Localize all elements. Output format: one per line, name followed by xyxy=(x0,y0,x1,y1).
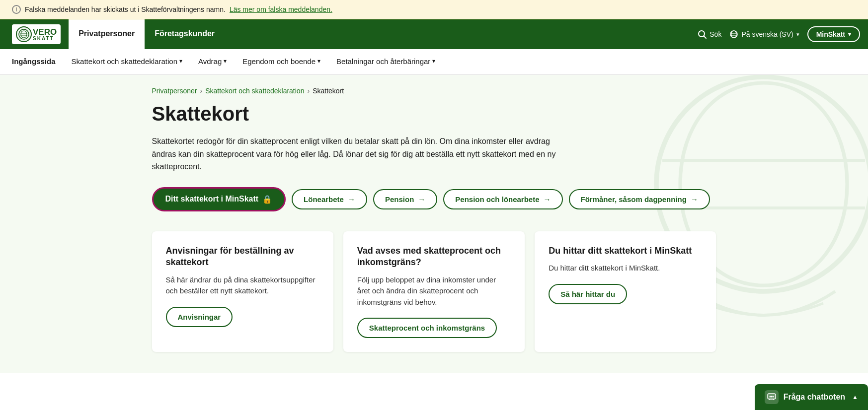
globe-icon xyxy=(729,30,738,39)
breadcrumb: Privatpersoner › Skattekort och skattede… xyxy=(152,87,716,95)
formaner-label: Förmåner, såsom dagpenning xyxy=(581,195,687,204)
breadcrumb-sep-2: › xyxy=(307,87,310,95)
card-hitta: Du hittar ditt skattekort i MinSkatt Du … xyxy=(535,231,716,352)
minskatt-chevron-icon: ▾ xyxy=(848,31,851,38)
pension-label: Pension xyxy=(385,195,414,204)
chevron-down-icon: ▾ xyxy=(432,58,435,65)
nav-right: Sök På svenska (SV) ▾ MinSkatt ▾ xyxy=(698,19,860,49)
search-label: Sök xyxy=(710,30,721,38)
alert-link[interactable]: Läs mer om falska meddelanden. xyxy=(230,5,332,13)
sa-har-hittar-button[interactable]: Så här hittar du xyxy=(549,284,627,304)
main-content: Privatpersoner › Skattekort och skattede… xyxy=(136,75,732,372)
sa-har-hittar-label: Så här hittar du xyxy=(560,290,615,298)
card-skatteprocent: Vad avses med skatteprocent och inkomstg… xyxy=(343,231,525,352)
alert-text: Falska meddelanden har skickats ut i Ska… xyxy=(25,5,226,13)
page-title: Skattekort xyxy=(152,103,716,125)
secnav-item-avdrag[interactable]: Avdrag ▾ xyxy=(192,49,233,74)
logo-box: VERO SKATT xyxy=(12,24,61,44)
arrow-right-icon: → xyxy=(691,195,698,204)
nav-tab-foretagskunder[interactable]: Företagskunder xyxy=(145,19,225,49)
logo-skatt: SKATT xyxy=(33,36,57,41)
card-hitta-title: Du hittar ditt skattekort i MinSkatt xyxy=(549,245,702,257)
alert-bar: i Falska meddelanden har skickats ut i S… xyxy=(0,0,868,19)
anvisningar-button[interactable]: Anvisningar xyxy=(166,307,233,327)
arrow-right-icon: → xyxy=(418,195,425,204)
pension-button[interactable]: Pension → xyxy=(373,189,437,209)
minskatt-skattekort-label: Ditt skattekort i MinSkatt xyxy=(165,195,259,204)
pension-lonearbete-button[interactable]: Pension och lönearbete → xyxy=(443,189,562,209)
lock-icon: 🔒 xyxy=(262,195,272,204)
card-anvisningar: Anvisningar för beställning av skattekor… xyxy=(152,231,333,352)
language-label: På svenska (SV) xyxy=(741,30,793,38)
minskatt-skattekort-button[interactable]: Ditt skattekort i MinSkatt 🔒 xyxy=(152,187,286,211)
skatteprocent-button[interactable]: Skatteprocent och inkomstgräns xyxy=(357,318,497,338)
card-hitta-desc: Du hittar ditt skattekort i MinSkatt. xyxy=(549,263,702,274)
language-selector[interactable]: På svenska (SV) ▾ xyxy=(729,30,799,39)
secnav-item-egendom[interactable]: Egendom och boende ▾ xyxy=(237,49,326,74)
breadcrumb-skattekort-deklaration[interactable]: Skattekort och skattedeklaration xyxy=(205,87,304,95)
formaner-button[interactable]: Förmåner, såsom dagpenning → xyxy=(569,189,710,209)
card-anvisningar-desc: Så här ändrar du på dina skattekortsuppg… xyxy=(166,274,319,297)
search-button[interactable]: Sök xyxy=(698,30,721,39)
anvisningar-label: Anvisningar xyxy=(178,313,221,321)
action-buttons-row: Ditt skattekort i MinSkatt 🔒 Lönearbete … xyxy=(152,187,716,211)
search-icon xyxy=(698,30,707,39)
lonearbete-label: Lönearbete xyxy=(304,195,344,204)
main-wrapper: Privatpersoner › Skattekort och skattede… xyxy=(0,75,868,373)
top-nav: VERO SKATT Privatpersoner Företagskunder… xyxy=(0,19,868,49)
chevron-down-icon: ▾ xyxy=(179,58,182,65)
minskatt-label: MinSkatt xyxy=(816,30,845,38)
nav-tab-privatpersoner[interactable]: Privatpersoner xyxy=(69,19,145,49)
secondary-nav: Ingångssida Skattekort och skattedeklara… xyxy=(0,49,868,75)
secnav-item-ingangssida[interactable]: Ingångssida xyxy=(12,49,62,74)
card-skatteprocent-title: Vad avses med skatteprocent och inkomstg… xyxy=(357,245,511,269)
secnav-item-betalningar[interactable]: Betalningar och återbäringar ▾ xyxy=(330,49,441,74)
lonearbete-button[interactable]: Lönearbete → xyxy=(292,189,367,209)
breadcrumb-current: Skattekort xyxy=(313,87,344,95)
chevron-down-icon: ▾ xyxy=(224,58,227,65)
breadcrumb-sep-1: › xyxy=(200,87,203,95)
skatteprocent-label: Skatteprocent och inkomstgräns xyxy=(369,324,485,332)
logo-area[interactable]: VERO SKATT xyxy=(8,19,65,49)
chevron-down-icon: ▾ xyxy=(317,58,320,65)
logo-vero: VERO xyxy=(33,28,57,36)
logo-icon xyxy=(16,26,32,42)
secnav-item-skattekort[interactable]: Skattekort och skattedeklaration ▾ xyxy=(66,49,188,74)
cards-row: Anvisningar för beställning av skattekor… xyxy=(152,231,716,352)
arrow-right-icon: → xyxy=(348,195,355,204)
svg-line-4 xyxy=(704,36,707,39)
page-description: Skattekortet redogör för din skatteproce… xyxy=(152,135,559,173)
minskatt-button[interactable]: MinSkatt ▾ xyxy=(807,26,860,42)
card-anvisningar-title: Anvisningar för beställning av skattekor… xyxy=(166,245,319,269)
arrow-right-icon: → xyxy=(544,195,551,204)
pension-lonearbete-label: Pension och lönearbete xyxy=(455,195,539,204)
card-skatteprocent-desc: Följ upp beloppet av dina inkomster unde… xyxy=(357,274,511,308)
language-chevron-icon: ▾ xyxy=(796,31,799,38)
alert-icon: i xyxy=(12,5,21,14)
breadcrumb-privatpersoner[interactable]: Privatpersoner xyxy=(152,87,197,95)
